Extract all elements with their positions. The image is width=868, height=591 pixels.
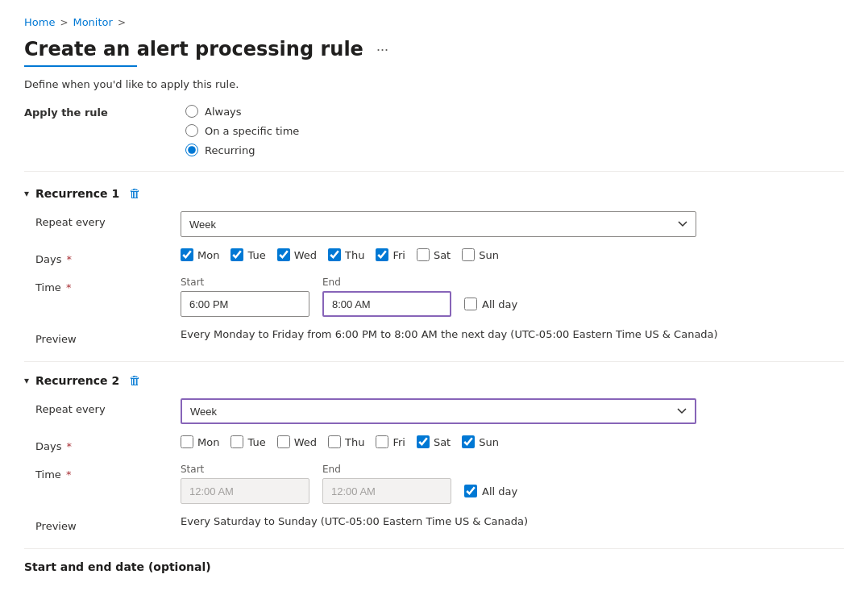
recurrence-1-time-row: Time * Start End All day xyxy=(35,277,844,317)
recurrence-2-repeat-row: Repeat every Week Day Month xyxy=(35,398,844,424)
recurrence-2-days-checkboxes: Mon Tue Wed Thu Fri Sat Sun xyxy=(181,435,499,448)
apply-rule-options: Always On a specific time Recurring xyxy=(185,105,299,156)
r1-tue-checkbox[interactable]: Tue xyxy=(230,248,265,261)
title-underline xyxy=(24,65,137,67)
radio-specific-label: On a specific time xyxy=(205,125,299,137)
radio-always-input[interactable] xyxy=(185,105,198,118)
start-end-section: Start and end date (optional) xyxy=(24,560,844,573)
breadcrumb: Home > Monitor > xyxy=(24,16,844,28)
page-description: Define when you'd like to apply this rul… xyxy=(24,78,844,90)
recurrence-2-time-label: Time * xyxy=(35,464,181,481)
recurrence-1-end-group: End xyxy=(322,277,451,317)
recurrence-2-end-label: End xyxy=(322,464,451,475)
recurrence-1-body: Repeat every Week Day Month Days * Mon T… xyxy=(24,211,844,345)
recurrence-2-title: Recurrence 2 xyxy=(35,374,119,387)
days2-required-star: * xyxy=(63,440,72,452)
recurrence-1-start-group: Start xyxy=(181,277,309,317)
recurrence-1-repeat-row: Repeat every Week Day Month xyxy=(35,211,844,237)
recurrence-2-days-row: Days * Mon Tue Wed Thu Fri Sat Sun xyxy=(35,435,844,452)
recurrence-2-preview-text: Every Saturday to Sunday (UTC-05:00 East… xyxy=(181,515,528,527)
r1-mon-checkbox[interactable]: Mon xyxy=(181,248,219,261)
breadcrumb-sep2: > xyxy=(118,17,126,28)
radio-specific-input[interactable] xyxy=(185,124,198,137)
apply-rule-label: Apply the rule xyxy=(24,105,185,119)
r1-fri-checkbox[interactable]: Fri xyxy=(376,248,405,261)
radio-recurring-label: Recurring xyxy=(205,144,255,156)
recurrence-2-repeat-select[interactable]: Week Day Month xyxy=(181,398,696,424)
recurrence-1-days-label: Days * xyxy=(35,248,181,265)
r1-thu-checkbox[interactable]: Thu xyxy=(328,248,364,261)
recurrence-2-section: ▾ Recurrence 2 🗑 Repeat every Week Day M… xyxy=(24,373,844,532)
r1-wed-checkbox[interactable]: Wed xyxy=(277,248,317,261)
radio-specific[interactable]: On a specific time xyxy=(185,124,299,137)
recurrence-2-start-label: Start xyxy=(181,464,309,475)
recurrence-2-allday[interactable]: All day xyxy=(464,485,517,497)
recurrence-1-allday[interactable]: All day xyxy=(464,298,517,310)
r1-sun-checkbox[interactable]: Sun xyxy=(462,248,499,261)
r2-sat-checkbox[interactable]: Sat xyxy=(417,435,451,448)
days-required-star: * xyxy=(63,253,72,265)
start-end-title: Start and end date (optional) xyxy=(24,560,211,573)
divider-3 xyxy=(24,548,844,549)
recurrence-2-end-group: End xyxy=(322,464,451,504)
recurrence-2-preview-label: Preview xyxy=(35,515,181,532)
page-title: Create an alert processing rule xyxy=(24,38,363,60)
recurrence-1-end-label: End xyxy=(322,277,451,288)
recurrence-2-delete-btn[interactable]: 🗑 xyxy=(126,373,144,387)
recurrence-1-preview-text: Every Monday to Friday from 6:00 PM to 8… xyxy=(181,328,718,340)
recurrence-2-allday-label: All day xyxy=(482,485,517,497)
recurrence-1-end-input[interactable] xyxy=(322,291,451,317)
recurrence-2-body: Repeat every Week Day Month Days * Mon T… xyxy=(24,398,844,532)
recurrence-1-time-label: Time * xyxy=(35,277,181,293)
radio-always[interactable]: Always xyxy=(185,105,299,118)
recurrence-2-preview-row: Preview Every Saturday to Sunday (UTC-05… xyxy=(35,515,844,532)
r2-fri-checkbox[interactable]: Fri xyxy=(376,435,405,448)
radio-recurring-input[interactable] xyxy=(185,144,198,156)
recurrence-2-header: ▾ Recurrence 2 🗑 xyxy=(24,373,844,387)
recurrence-1-time-inputs: Start End All day xyxy=(181,277,517,317)
recurrence-1-delete-btn[interactable]: 🗑 xyxy=(126,186,144,200)
apply-rule-row: Apply the rule Always On a specific time… xyxy=(24,105,844,156)
r1-sat-checkbox[interactable]: Sat xyxy=(417,248,451,261)
divider-1 xyxy=(24,171,844,172)
recurrence-2-time-inputs: Start End All day xyxy=(181,464,517,504)
r2-tue-checkbox[interactable]: Tue xyxy=(230,435,265,448)
recurrence-1-header: ▾ Recurrence 1 🗑 xyxy=(24,186,844,200)
r2-mon-checkbox[interactable]: Mon xyxy=(181,435,219,448)
recurrence-2-repeat-label: Repeat every xyxy=(35,398,181,415)
recurrence-1-days-checkboxes: Mon Tue Wed Thu Fri Sat Sun xyxy=(181,248,499,261)
recurrence-2-start-input xyxy=(181,478,309,504)
r2-wed-checkbox[interactable]: Wed xyxy=(277,435,317,448)
ellipsis-button[interactable]: ··· xyxy=(372,40,393,60)
recurrence-1-preview-row: Preview Every Monday to Friday from 6:00… xyxy=(35,328,844,345)
recurrence-2-days-label: Days * xyxy=(35,435,181,452)
r2-sun-checkbox[interactable]: Sun xyxy=(462,435,499,448)
recurrence-1-preview-label: Preview xyxy=(35,328,181,345)
recurrence-1-allday-input[interactable] xyxy=(464,298,477,310)
time-required-star: * xyxy=(63,281,72,293)
recurrence-2-start-group: Start xyxy=(181,464,309,504)
page-title-row: Create an alert processing rule ··· xyxy=(24,38,844,60)
time2-required-star: * xyxy=(63,468,72,481)
recurrence-1-repeat-label: Repeat every xyxy=(35,211,181,228)
r2-thu-checkbox[interactable]: Thu xyxy=(328,435,364,448)
recurrence-1-title: Recurrence 1 xyxy=(35,187,119,200)
recurrence-1-start-label: Start xyxy=(181,277,309,288)
breadcrumb-monitor[interactable]: Monitor xyxy=(73,16,112,28)
breadcrumb-home[interactable]: Home xyxy=(24,16,55,28)
recurrence-2-end-input xyxy=(322,478,451,504)
breadcrumb-sep1: > xyxy=(60,17,68,28)
radio-recurring[interactable]: Recurring xyxy=(185,144,299,156)
recurrence-1-start-input[interactable] xyxy=(181,291,309,317)
recurrence-2-allday-input[interactable] xyxy=(464,485,477,497)
recurrence-1-repeat-select[interactable]: Week Day Month xyxy=(181,211,696,237)
recurrence-2-time-row: Time * Start End All day xyxy=(35,464,844,504)
radio-always-label: Always xyxy=(205,106,242,118)
recurrence-1-days-row: Days * Mon Tue Wed Thu Fri Sat Sun xyxy=(35,248,844,265)
recurrence-1-collapse-btn[interactable]: ▾ xyxy=(24,188,29,199)
recurrence-1-allday-label: All day xyxy=(482,298,517,310)
divider-2 xyxy=(24,361,844,362)
recurrence-1-section: ▾ Recurrence 1 🗑 Repeat every Week Day M… xyxy=(24,186,844,345)
recurrence-2-collapse-btn[interactable]: ▾ xyxy=(24,375,29,386)
